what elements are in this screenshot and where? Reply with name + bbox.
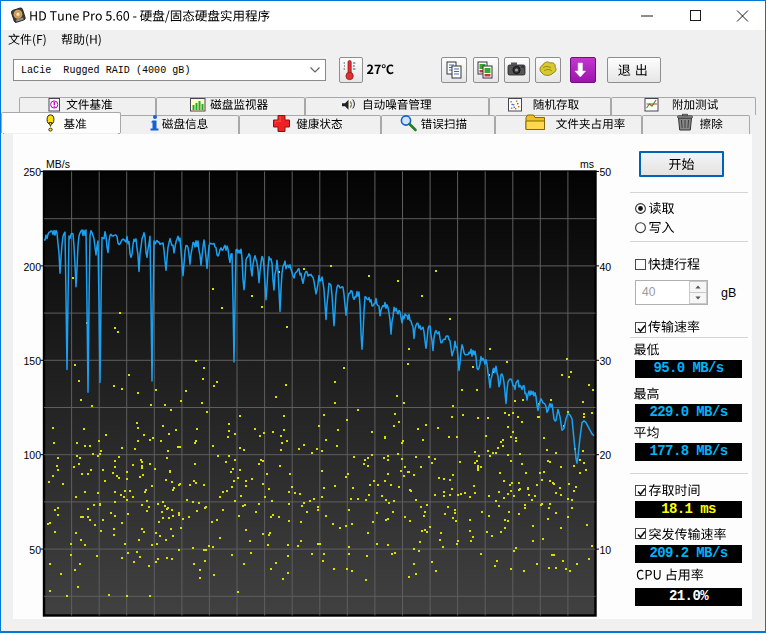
svg-text:150: 150 [23, 355, 41, 367]
svg-text:40: 40 [600, 261, 612, 273]
svg-text:ms: ms [580, 158, 594, 170]
svg-text:MB/s: MB/s [46, 158, 70, 170]
svg-text:100: 100 [23, 449, 41, 461]
svg-text:50: 50 [29, 544, 41, 556]
svg-text:20: 20 [600, 449, 612, 461]
svg-text:10: 10 [600, 544, 612, 556]
svg-text:250: 250 [23, 166, 41, 178]
svg-text:30: 30 [600, 355, 612, 367]
svg-text:50: 50 [600, 166, 612, 178]
svg-text:200: 200 [23, 261, 41, 273]
